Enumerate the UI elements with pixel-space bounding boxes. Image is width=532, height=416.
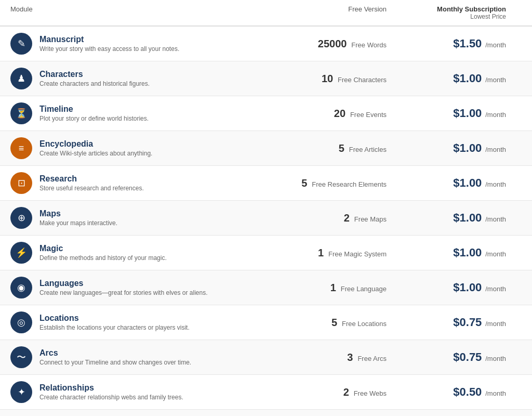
module-name: Maps: [39, 209, 117, 218]
module-text: Manuscript Write your story with easy ac…: [39, 35, 179, 53]
characters-icon: ♟: [10, 68, 32, 89]
module-cell: ✦ Relationships Create character relatio…: [10, 381, 251, 403]
subscription-unit: /month: [485, 41, 506, 49]
subscription-cell: $1.00 /month: [397, 107, 522, 120]
free-cell: 5 Free Articles: [251, 142, 397, 154]
subscription-unit: /month: [485, 320, 506, 328]
manuscript-icon: ✎: [10, 33, 32, 55]
module-name: Languages: [39, 279, 208, 288]
subscription-price: $0.50: [453, 385, 482, 398]
module-text: Arcs Connect to your Timeline and show c…: [39, 348, 191, 366]
free-cell: 20 Free Events: [251, 108, 397, 120]
module-cell: ◎ Locations Establish the locations your…: [10, 311, 251, 333]
table-row: 〜 Arcs Connect to your Timeline and show…: [0, 340, 532, 375]
subscription-unit: /month: [485, 76, 506, 84]
subscription-unit: /month: [485, 355, 506, 362]
table-row: ≡ Encyclopedia Create Wiki-style article…: [0, 131, 532, 166]
module-name: Characters: [39, 70, 150, 79]
table-row: ✦ Relationships Create character relatio…: [0, 375, 532, 410]
table-row: ⊡ Research Store useful research and ref…: [0, 166, 532, 201]
module-cell: ♟ Characters Create characters and histo…: [10, 68, 251, 89]
free-number: 10: [322, 73, 333, 84]
table-row: ⚡ Magic Define the methods and history o…: [0, 236, 532, 270]
encyclopedia-icon: ≡: [10, 137, 32, 159]
module-name: Magic: [39, 244, 167, 253]
free-label: Free Magic System: [328, 250, 387, 258]
module-name: Timeline: [39, 105, 149, 114]
module-text: Locations Establish the locations your c…: [39, 314, 190, 331]
module-name: Encyclopedia: [39, 139, 152, 149]
subscription-unit: /month: [485, 285, 506, 293]
arcs-icon: 〜: [10, 346, 32, 368]
subscription-price: $1.00: [453, 246, 482, 259]
module-desc: Make your maps interactive.: [39, 219, 117, 227]
subscription-cell: $0.50 /month: [397, 385, 522, 399]
subscription-price: $1.00: [453, 107, 482, 120]
header-free: Free Version: [251, 5, 397, 20]
subscription-cell: $1.00 /month: [397, 72, 522, 85]
subscription-unit: /month: [485, 215, 506, 223]
subscription-price: $1.50: [453, 37, 482, 50]
module-cell: ◉ Languages Create new languages—great f…: [10, 277, 251, 298]
free-cell: 10 Free Characters: [251, 73, 397, 85]
pricing-table: Module Free Version Monthly Subscription…: [0, 0, 532, 416]
free-number: 1: [330, 282, 336, 293]
module-cell: 〜 Arcs Connect to your Timeline and show…: [10, 346, 251, 368]
subscription-unit: /month: [485, 111, 506, 119]
free-cell: 1 Free Magic System: [251, 247, 397, 259]
module-name: Relationships: [39, 383, 183, 393]
table-header: Module Free Version Monthly Subscription…: [0, 0, 532, 27]
free-number: 3: [347, 352, 353, 363]
module-text: Magic Define the methods and history of …: [39, 244, 167, 262]
header-sub-title: Monthly Subscription: [397, 5, 506, 13]
module-text: Relationships Create character relations…: [39, 383, 183, 401]
free-label: Free Maps: [354, 215, 387, 223]
free-cell: 5 Free Locations: [251, 317, 397, 329]
header-sub-subtitle: Lowest Price: [397, 13, 506, 20]
subscription-price: $0.75: [453, 350, 482, 363]
free-label: Free Words: [351, 41, 387, 49]
free-number: 20: [334, 108, 345, 119]
header-module: Module: [10, 5, 251, 20]
table-row: ✎ Manuscript Write your story with easy …: [0, 27, 532, 61]
free-number: 5: [339, 142, 344, 154]
module-desc: Store useful research and references.: [39, 185, 144, 192]
module-text: Languages Create new languages—great for…: [39, 279, 208, 296]
table-row: ⊕ Maps Make your maps interactive. 2 Fre…: [0, 201, 532, 236]
maps-icon: ⊕: [10, 207, 32, 229]
free-label: Free Language: [341, 285, 387, 293]
module-name: Research: [39, 174, 144, 184]
subscription-unit: /month: [485, 146, 506, 153]
free-cell: 2 Free Maps: [251, 212, 397, 224]
subscription-cell: $1.50 /month: [397, 37, 522, 50]
module-cell: ⏳ Timeline Plot your story or define wor…: [10, 102, 251, 124]
module-cell: ⊡ Research Store useful research and ref…: [10, 172, 251, 194]
free-label: Free Arcs: [357, 355, 387, 362]
free-label: Free Webs: [354, 389, 387, 397]
rows-container: ✎ Manuscript Write your story with easy …: [0, 27, 532, 416]
module-desc: Establish the locations your characters …: [39, 324, 190, 331]
free-cell: 1 Free Language: [251, 282, 397, 294]
table-row: ♟ Characters Create characters and histo…: [0, 61, 532, 96]
module-text: Timeline Plot your story or define world…: [39, 105, 149, 122]
table-row: ⏳ Timeline Plot your story or define wor…: [0, 96, 532, 131]
module-text: Research Store useful research and refer…: [39, 174, 144, 192]
relationships-icon: ✦: [10, 381, 32, 403]
subscription-unit: /month: [485, 389, 506, 397]
subscription-cell: $1.00 /month: [397, 281, 522, 294]
subscription-price: $1.00: [453, 211, 482, 224]
free-label: Free Locations: [342, 320, 387, 328]
research-icon: ⊡: [10, 172, 32, 194]
module-text: Characters Create characters and histori…: [39, 70, 150, 87]
module-desc: Plot your story or define world historie…: [39, 115, 149, 122]
subscription-price: $1.00: [453, 72, 482, 85]
module-text: Encyclopedia Create Wiki-style articles …: [39, 139, 152, 157]
subscription-cell: $0.75 /month: [397, 316, 522, 329]
table-row: ▣ Items For logging ancient relics of +2…: [0, 410, 532, 416]
module-cell: ⊕ Maps Make your maps interactive.: [10, 207, 251, 229]
free-number: 25000: [318, 38, 347, 49]
free-number: 2: [343, 386, 349, 398]
module-desc: Write your story with easy access to all…: [39, 45, 179, 53]
free-label: Free Research Elements: [312, 180, 387, 188]
subscription-cell: $1.00 /month: [397, 176, 522, 190]
